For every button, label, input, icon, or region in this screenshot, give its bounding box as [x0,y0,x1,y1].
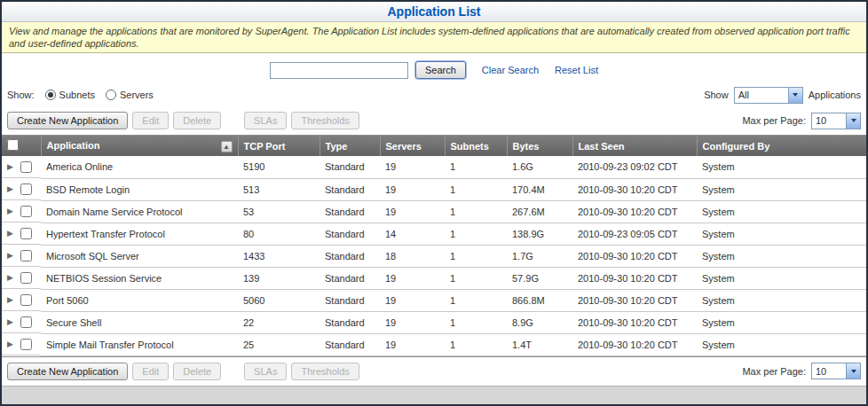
row-checkbox[interactable] [20,316,32,328]
thresholds-button[interactable]: Thresholds [291,363,359,380]
cell-tcp-port: 5060 [238,289,320,311]
expand-row-icon[interactable]: ▶ [7,317,15,326]
chevron-down-icon[interactable] [788,88,802,103]
cell-subnets: 1 [445,245,507,267]
row-select-cell: ▶ [2,245,41,267]
column-header-configured-by[interactable]: Configured By [697,136,866,156]
max-per-page-label: Max per Page: [742,115,806,126]
cell-subnets: 1 [445,178,507,200]
table-row: ▶ Hypertext Transfer Protocol 80 Standar… [2,223,866,245]
create-new-application-button[interactable]: Create New Application [7,363,128,380]
max-per-page-value: 10 [812,366,846,377]
cell-subnets: 1 [445,311,507,333]
sort-icon[interactable]: ▴ [221,141,233,152]
row-checkbox[interactable] [20,161,32,173]
cell-type: Standard [320,178,380,200]
expand-row-icon[interactable]: ▶ [7,229,15,238]
cell-bytes: 170.4M [507,178,572,200]
cell-configured-by: System [697,333,866,355]
servers-radio[interactable] [106,90,116,100]
servers-radio-label: Servers [120,90,154,100]
row-checkbox[interactable] [20,272,32,284]
row-select-cell: ▶ [2,156,41,178]
search-button[interactable]: Search [415,61,466,79]
cell-configured-by: System [697,223,866,245]
cell-bytes: 1.7G [507,245,572,267]
table-row: ▶ America Online 5190 Standard 19 1 1.6G… [2,156,866,178]
clear-search-link[interactable]: Clear Search [482,65,539,75]
expand-row-icon[interactable]: ▶ [7,251,15,260]
cell-servers: 14 [380,223,445,245]
cell-bytes: 267.6M [507,200,572,223]
delete-button[interactable]: Delete [173,112,221,129]
column-header-bytes[interactable]: Bytes [507,136,572,156]
thresholds-button[interactable]: Thresholds [291,112,359,129]
cell-subnets: 1 [445,267,507,289]
cell-last-seen: 2010-09-30 10:20 CDT [572,200,697,223]
show-applications-label: Show [704,90,729,100]
cell-application: BSD Remote Login [41,178,238,200]
edit-button[interactable]: Edit [132,112,169,129]
cell-configured-by: System [697,200,866,223]
cell-configured-by: System [697,245,866,267]
slas-button[interactable]: SLAs [244,112,287,129]
radio-option-servers[interactable]: Servers [106,90,154,100]
column-header-servers[interactable]: Servers [380,136,445,156]
bottom-max-per-page: Max per Page: 10 [742,363,861,379]
column-header-subnets[interactable]: Subnets [445,136,507,156]
application-list-window: Application List View and manage the app… [0,0,868,406]
search-input[interactable] [270,62,408,79]
cell-bytes: 1.6G [507,156,572,178]
show-applications-select[interactable]: All [734,87,803,104]
select-all-checkbox[interactable] [7,139,19,151]
cell-application: America Online [41,156,238,178]
cell-tcp-port: 25 [238,333,320,355]
row-checkbox[interactable] [20,183,32,195]
row-checkbox[interactable] [20,206,32,217]
slas-button[interactable]: SLAs [244,363,287,380]
cell-bytes: 1.4T [507,333,572,355]
expand-row-icon[interactable]: ▶ [7,207,15,215]
row-select-cell: ▶ [2,200,41,223]
row-checkbox[interactable] [20,294,32,306]
cell-bytes: 138.9G [507,223,572,245]
reset-list-link[interactable]: Reset List [555,65,598,75]
application-table: Application ▴ TCP Port Type Servers Subn… [2,135,866,357]
cell-type: Standard [320,200,380,223]
create-new-application-button[interactable]: Create New Application [7,112,128,129]
cell-subnets: 1 [445,200,507,223]
cell-type: Standard [320,333,380,355]
bottom-toolbar-buttons: Create New Application Edit Delete SLAs … [7,363,359,380]
cell-type: Standard [320,223,380,245]
max-per-page-select-bottom[interactable]: 10 [811,363,861,379]
row-select-cell: ▶ [2,289,41,311]
max-per-page-select-top[interactable]: 10 [811,113,861,129]
edit-button[interactable]: Edit [132,363,169,380]
column-header-tcp-port[interactable]: TCP Port [238,136,320,156]
table-row: ▶ Domain Name Service Protocol 53 Standa… [2,200,866,223]
cell-type: Standard [320,267,380,289]
show-applications-group: Show All Applications [704,87,861,104]
expand-row-icon[interactable]: ▶ [7,184,15,193]
cell-application: Simple Mail Transfer Protocol [41,333,238,355]
delete-button[interactable]: Delete [173,363,221,380]
column-header-last-seen[interactable]: Last Seen [572,136,697,156]
cell-type: Standard [320,311,380,333]
expand-row-icon[interactable]: ▶ [7,162,15,171]
column-header-application[interactable]: Application ▴ [41,136,238,156]
expand-row-icon[interactable]: ▶ [7,295,15,304]
expand-row-icon[interactable]: ▶ [7,273,15,282]
radio-option-subnets[interactable]: Subnets [45,90,95,100]
cell-tcp-port: 139 [238,267,320,289]
applications-suffix-label: Applications [809,90,861,100]
chevron-down-icon[interactable] [846,113,860,129]
expand-row-icon[interactable]: ▶ [7,340,15,348]
column-header-type[interactable]: Type [320,136,380,156]
chevron-down-icon[interactable] [846,363,860,379]
table-row: ▶ Simple Mail Transfer Protocol 25 Stand… [2,333,866,355]
subnets-radio[interactable] [45,90,56,100]
cell-type: Standard [320,289,380,311]
row-checkbox[interactable] [20,250,32,262]
row-checkbox[interactable] [20,228,32,239]
row-checkbox[interactable] [20,339,32,350]
